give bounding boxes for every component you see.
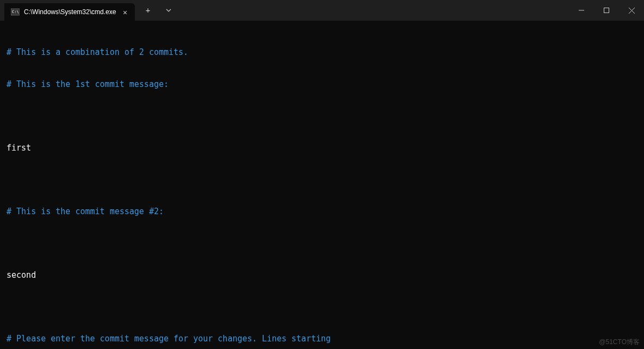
new-tab-button[interactable]: + (138, 2, 158, 19)
cmd-icon: C:\ (11, 8, 20, 16)
editor-line: # Please enter the commit message for yo… (7, 334, 637, 345)
close-tab-icon[interactable]: ✕ (121, 8, 129, 16)
maximize-button[interactable] (594, 0, 619, 21)
editor-line (7, 302, 637, 313)
tab-title: C:\Windows\System32\cmd.exe (24, 8, 116, 16)
titlebar: C:\ C:\Windows\System32\cmd.exe ✕ + (0, 0, 644, 21)
editor-line: second (7, 270, 637, 281)
svg-rect-3 (604, 8, 609, 13)
close-window-button[interactable] (619, 0, 644, 21)
window-controls (569, 0, 644, 21)
editor-line (7, 238, 637, 249)
editor-line: # This is the 1st commit message: (7, 79, 637, 90)
terminal-tab[interactable]: C:\ C:\Windows\System32\cmd.exe ✕ (4, 3, 135, 21)
minimize-button[interactable] (569, 0, 594, 21)
editor-line: first (7, 143, 637, 154)
terminal-content[interactable]: # This is a combination of 2 commits. # … (0, 21, 644, 349)
watermark: @51CTO博客 (599, 338, 640, 347)
tab-actions: + (135, 0, 178, 21)
editor-line: # This is a combination of 2 commits. (7, 47, 637, 58)
editor-line: # This is the commit message #2: (7, 207, 637, 217)
editor-line (7, 111, 637, 122)
editor-line (7, 174, 637, 185)
svg-text:C:\: C:\ (12, 10, 19, 14)
tab-dropdown-button[interactable] (159, 2, 178, 19)
